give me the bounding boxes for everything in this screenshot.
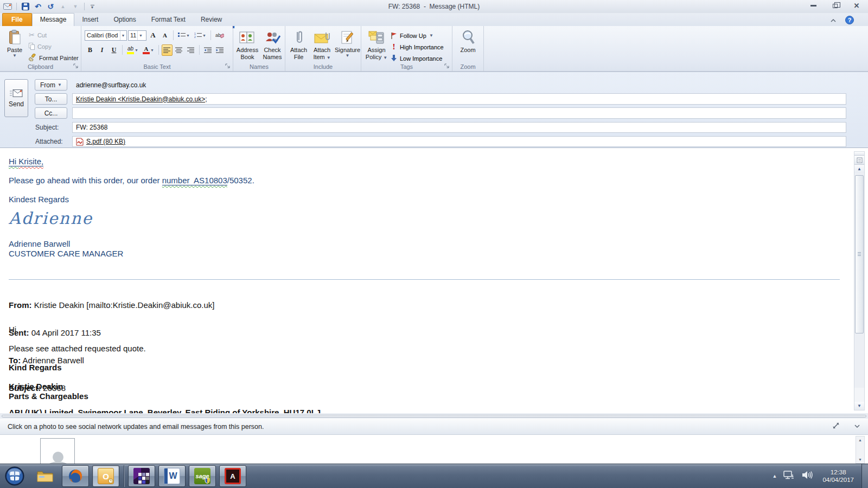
- follow-up-button[interactable]: Follow Up ▼: [391, 30, 444, 41]
- font-color-button[interactable]: A ▼: [141, 44, 156, 56]
- people-pane-scrollbar[interactable]: ▲ ▼: [856, 436, 865, 464]
- taskbar-firefox-button[interactable]: [62, 465, 89, 487]
- sage-icon: sage: [194, 468, 210, 484]
- start-button[interactable]: [4, 466, 25, 486]
- previous-item-button[interactable]: ▲: [58, 2, 68, 11]
- clear-formatting-button[interactable]: ab: [214, 30, 226, 41]
- scrollbar-thumb[interactable]: [855, 175, 864, 333]
- ruler-toggle-button[interactable]: [854, 156, 864, 165]
- minimize-button[interactable]: [806, 2, 820, 10]
- increase-indent-button[interactable]: [214, 44, 225, 56]
- customize-qat-button[interactable]: ▼: [88, 5, 96, 9]
- follow-up-dropdown-arrow[interactable]: ▼: [429, 34, 433, 38]
- message-body[interactable]: Hi Krisite, Please go ahead with this or…: [0, 148, 850, 413]
- next-item-button[interactable]: ▼: [71, 2, 80, 11]
- to-button[interactable]: To...: [35, 93, 67, 105]
- align-right-button[interactable]: [186, 44, 196, 56]
- tags-group-label: Tags: [361, 63, 452, 70]
- paste-icon: [8, 28, 21, 47]
- attach-item-dropdown-arrow[interactable]: ▼: [327, 55, 331, 60]
- tab-file[interactable]: File: [2, 13, 32, 26]
- decrease-indent-button[interactable]: [202, 44, 213, 56]
- scroll-up-button[interactable]: ▲: [854, 165, 864, 173]
- minimize-ribbon-button[interactable]: [830, 15, 837, 25]
- align-left-button[interactable]: [162, 44, 173, 56]
- scrollbar-track[interactable]: [854, 173, 864, 388]
- font-name-dropdown-arrow[interactable]: ▼: [120, 31, 126, 40]
- numbering-button[interactable]: 12 ▼: [193, 30, 208, 41]
- network-tray-icon[interactable]: [783, 470, 795, 482]
- paste-dropdown-arrow[interactable]: ▼: [12, 54, 17, 58]
- cut-button[interactable]: ✂ Cut: [27, 29, 80, 41]
- italic-button[interactable]: I: [97, 44, 107, 56]
- people-scroll-down[interactable]: ▼: [856, 456, 864, 463]
- underline-button[interactable]: U: [108, 44, 119, 56]
- people-pane-expand-icon[interactable]: [832, 422, 840, 431]
- bullets-button[interactable]: ▼: [176, 30, 192, 41]
- save-button[interactable]: [21, 2, 30, 11]
- numbering-dropdown-arrow[interactable]: ▼: [202, 34, 206, 37]
- people-scroll-up[interactable]: ▲: [856, 436, 864, 444]
- cc-button[interactable]: Cc...: [35, 107, 67, 119]
- tab-message[interactable]: Message: [32, 13, 75, 26]
- send-button[interactable]: Send: [4, 79, 28, 117]
- bullets-dropdown-arrow[interactable]: ▼: [186, 34, 190, 37]
- undo-button[interactable]: ↶: [33, 2, 43, 11]
- cc-field[interactable]: [72, 107, 846, 119]
- subject-field[interactable]: FW: 25368: [72, 122, 846, 133]
- assign-policy-dropdown-arrow[interactable]: ▼: [383, 55, 387, 60]
- tab-options[interactable]: Options: [106, 14, 143, 26]
- grow-font-button[interactable]: A▲: [148, 30, 158, 41]
- highlight-color-button[interactable]: ab ▼: [125, 44, 140, 56]
- highlight-dropdown-arrow[interactable]: ▼: [135, 48, 138, 52]
- taskbar-explorer-button[interactable]: [31, 465, 59, 487]
- grid-app-icon: [133, 468, 150, 484]
- tab-insert[interactable]: Insert: [74, 14, 106, 26]
- to-field[interactable]: Kristie Deakin <Kristie.Deakin@abiuk.co.…: [72, 93, 846, 105]
- taskbar-clock[interactable]: 12:38 04/04/2017: [819, 468, 857, 484]
- volume-tray-icon[interactable]: [802, 471, 813, 481]
- shrink-font-button[interactable]: A▼: [159, 30, 170, 41]
- basic-text-dialog-launcher[interactable]: [225, 63, 231, 69]
- svg-text:2: 2: [194, 35, 196, 38]
- body-scrollbar[interactable]: ▲ ▼: [854, 151, 865, 410]
- tab-format-text[interactable]: Format Text: [144, 14, 193, 26]
- format-painter-button[interactable]: Format Painter: [27, 52, 80, 63]
- copy-button[interactable]: Copy: [27, 41, 80, 52]
- low-importance-button[interactable]: Low Importance: [391, 53, 444, 64]
- address-book-icon: [239, 28, 256, 47]
- tags-dialog-launcher[interactable]: [444, 63, 450, 69]
- attachment-link[interactable]: S.pdf (80 KB): [76, 138, 125, 146]
- font-size-combo[interactable]: 11 ▼: [128, 30, 146, 41]
- font-size-dropdown-arrow[interactable]: ▼: [137, 31, 143, 40]
- to-recipient[interactable]: Kristie Deakin <Kristie.Deakin@abiuk.co.…: [76, 95, 207, 103]
- restore-button[interactable]: [828, 2, 842, 10]
- scroll-down-button[interactable]: ▼: [854, 402, 864, 410]
- assign-policy-icon: [368, 28, 385, 47]
- tags-group: Assign Policy ▼ Follow Up ▼ ! High Impor…: [361, 26, 452, 71]
- font-color-dropdown-arrow[interactable]: ▼: [150, 48, 154, 52]
- bold-button[interactable]: B: [85, 44, 95, 56]
- taskbar-word-button[interactable]: W: [158, 465, 186, 487]
- clipboard-group-label: Clipboard: [0, 63, 81, 70]
- people-pane-splitter[interactable]: [0, 413, 868, 419]
- show-hidden-icons-button[interactable]: ▲: [773, 473, 777, 479]
- taskbar-grid-app-button[interactable]: [128, 465, 155, 487]
- tab-review[interactable]: Review: [193, 14, 229, 26]
- clipboard-dialog-launcher[interactable]: [73, 63, 79, 69]
- close-button[interactable]: ✕: [850, 2, 864, 10]
- redo-button[interactable]: ↺: [46, 2, 55, 11]
- people-pane-collapse-chevron[interactable]: [854, 423, 860, 429]
- taskbar-sage-button[interactable]: sage: [189, 465, 216, 487]
- high-importance-button[interactable]: ! High Importance: [391, 41, 444, 53]
- zoom-group-label: Zoom: [452, 63, 483, 70]
- help-icon[interactable]: ?: [845, 16, 854, 24]
- from-button[interactable]: From▼: [35, 79, 67, 91]
- signature-dropdown-arrow[interactable]: ▼: [346, 54, 350, 58]
- font-name-combo[interactable]: Calibri (Bod ▼: [85, 30, 127, 41]
- taskbar-acrobat-button[interactable]: A: [219, 465, 246, 487]
- align-center-button[interactable]: [174, 44, 184, 56]
- split-handle[interactable]: [854, 152, 864, 156]
- show-desktop-button[interactable]: [861, 464, 868, 488]
- taskbar-outlook-button[interactable]: O: [92, 465, 119, 487]
